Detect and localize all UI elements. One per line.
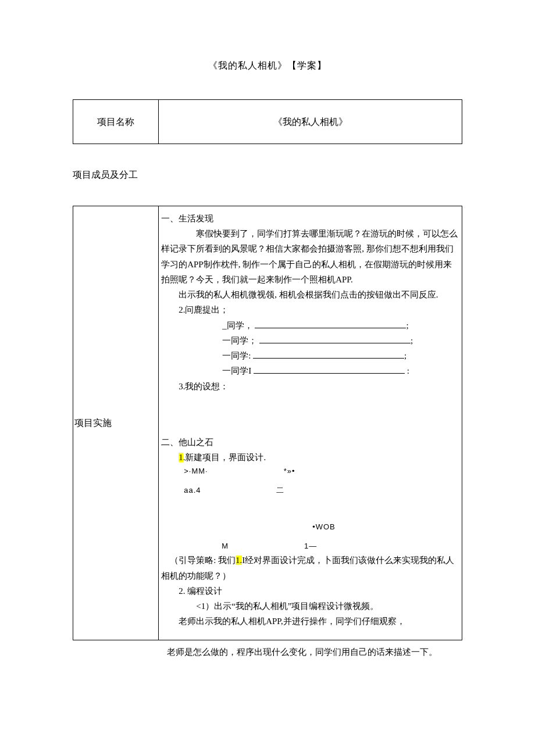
question-3: 一同学: ; — [161, 348, 459, 363]
question-1: _同学， ; — [161, 318, 459, 333]
project-name-label: 项目名称 — [73, 99, 159, 144]
outside-text: 老师是怎么做的，程序出现什么变化，同学们用自己的话来描述一下。 — [73, 645, 462, 659]
blank-line — [254, 365, 405, 374]
step-2-1: <1）出示“我的私人相机”项目编程设计微视频。 — [161, 599, 459, 614]
my-idea: 3.我的设想： — [161, 379, 459, 394]
blank-line — [253, 350, 404, 359]
document-title: 《我的私人相机》【学案】 — [73, 58, 462, 73]
blank-line — [259, 335, 411, 343]
section-1-paragraph-2: 出示我的私人相机微视领, 相机会根据我们点击的按钮做出不同反应. — [161, 287, 459, 302]
diagram-row-3: •WOB — [161, 521, 459, 534]
question-2: 一同学； ; — [161, 333, 459, 348]
project-name-value: 《我的私人相机》 — [159, 99, 462, 144]
guide-strategy: （引导策略: 我们1.I经对界面设计完成，卜面我们该做什么来实现我的私人相机的功… — [161, 553, 459, 583]
implementation-content: 一、生活发现 寒假快要到了，同学们打算去哪里渐玩呢？在游玩的时候，可以怎么样记录… — [159, 206, 462, 640]
step-2-2: 老师出示我的私人相机APP,并进行操作，同学们仔细观察， — [161, 614, 459, 629]
diagram-row-4: M1— — [161, 540, 459, 553]
step-2: 2. 编程设计 — [161, 583, 459, 599]
diagram-row-1: >·MM·*»• — [161, 465, 459, 478]
step-1: 1.新建项目，界面设计. — [161, 450, 459, 465]
highlight-text: 1. — [236, 556, 242, 565]
question-heading: 2.问鹿提出； — [161, 302, 459, 317]
diagram-row-2: aa.4二 — [161, 484, 459, 497]
project-name-table: 项目名称 《我的私人相机》 — [73, 99, 462, 145]
section-1-heading: 一、生活发现 — [161, 211, 459, 226]
implementation-table: 项目实施 一、生活发现 寒假快要到了，同学们打算去哪里渐玩呢？在游玩的时候，可以… — [73, 206, 462, 640]
section-2-heading: 二、他山之石 — [161, 435, 459, 450]
question-4: 一同学I : — [161, 363, 459, 378]
implementation-label: 项目实施 — [73, 206, 159, 640]
blank-line — [255, 320, 406, 328]
members-subheading: 项目成员及分工 — [73, 167, 462, 182]
highlight-number: 1 — [179, 453, 183, 462]
section-1-paragraph-1: 寒假快要到了，同学们打算去哪里渐玩呢？在游玩的时候，可以怎么样记录下所看到的风景… — [161, 226, 459, 287]
